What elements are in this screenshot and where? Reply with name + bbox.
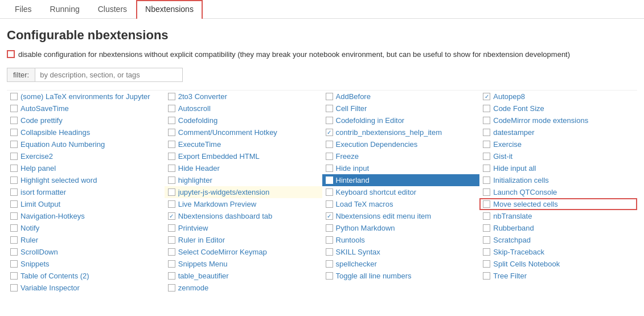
- ext-link[interactable]: Load TeX macros: [336, 200, 393, 208]
- tab-nbextensions[interactable]: Nbextensions: [136, 0, 203, 19]
- ext-link[interactable]: CodeMirror mode extensions: [493, 116, 588, 125]
- ext-checkbox[interactable]: [326, 105, 333, 112]
- ext-link[interactable]: Code Font Size: [493, 104, 544, 113]
- ext-checkbox[interactable]: [326, 212, 333, 220]
- list-item[interactable]: Exercise2: [7, 150, 165, 162]
- ext-checkbox[interactable]: [168, 165, 175, 172]
- list-item[interactable]: Load TeX macros: [322, 198, 480, 210]
- ext-link[interactable]: Hide Header: [178, 164, 220, 173]
- list-item[interactable]: Code prettify: [7, 114, 165, 126]
- ext-link[interactable]: Select CodeMirror Keymap: [178, 248, 267, 256]
- list-item[interactable]: Navigation-Hotkeys: [7, 210, 165, 222]
- ext-checkbox[interactable]: [483, 248, 490, 256]
- ext-link[interactable]: jupyter-js-widgets/extension: [178, 188, 269, 196]
- ext-checkbox[interactable]: [483, 165, 490, 172]
- list-item[interactable]: ScrollDown: [7, 246, 165, 258]
- ext-link[interactable]: Live Markdown Preview: [178, 200, 256, 208]
- ext-checkbox[interactable]: [10, 129, 18, 136]
- list-item[interactable]: Table of Contents (2): [7, 270, 165, 282]
- ext-link[interactable]: Hide input all: [493, 164, 536, 173]
- list-item[interactable]: SKILL Syntax: [322, 246, 480, 258]
- ext-link[interactable]: Notify: [20, 224, 39, 232]
- ext-link[interactable]: Variable Inspector: [20, 284, 80, 292]
- ext-checkbox[interactable]: [326, 117, 333, 124]
- ext-link[interactable]: zenmode: [178, 284, 208, 292]
- ext-link[interactable]: Autoscroll: [178, 104, 211, 113]
- ext-link[interactable]: SKILL Syntax: [336, 248, 380, 256]
- ext-link[interactable]: Launch QTConsole: [493, 188, 557, 196]
- ext-checkbox[interactable]: [483, 153, 490, 160]
- ext-checkbox[interactable]: [10, 93, 18, 100]
- ext-link[interactable]: Runtools: [336, 236, 365, 244]
- list-item[interactable]: Printview: [165, 222, 322, 234]
- ext-link[interactable]: Table of Contents (2): [20, 272, 89, 280]
- list-item[interactable]: Keyboard shortcut editor: [322, 186, 480, 198]
- ext-link[interactable]: Codefolding in Editor: [336, 116, 405, 125]
- list-item[interactable]: Codefolding in Editor: [322, 114, 480, 126]
- ext-link[interactable]: highlighter: [178, 176, 212, 184]
- list-item[interactable]: Limit Output: [7, 198, 165, 210]
- ext-link[interactable]: spellchecker: [336, 260, 377, 268]
- ext-checkbox[interactable]: [168, 200, 175, 208]
- ext-checkbox[interactable]: [10, 260, 18, 268]
- list-item[interactable]: Export Embedded HTML: [165, 150, 322, 162]
- ext-checkbox[interactable]: [10, 177, 18, 184]
- ext-checkbox[interactable]: [168, 284, 175, 292]
- ext-checkbox[interactable]: [483, 129, 490, 136]
- list-item[interactable]: Ruler in Editor: [165, 234, 322, 246]
- ext-link[interactable]: Execution Dependencies: [336, 140, 418, 149]
- list-item[interactable]: Ruler: [7, 234, 165, 246]
- list-item[interactable]: Cell Filter: [322, 102, 480, 114]
- ext-link[interactable]: Equation Auto Numbering: [20, 140, 105, 149]
- list-item[interactable]: AddBefore: [322, 91, 480, 102]
- ext-link[interactable]: datestamper: [493, 128, 534, 137]
- list-item[interactable]: 2to3 Converter: [165, 91, 322, 102]
- ext-link[interactable]: Ruler: [20, 236, 38, 244]
- ext-checkbox[interactable]: [168, 177, 175, 184]
- ext-checkbox[interactable]: [168, 248, 175, 256]
- ext-checkbox[interactable]: [483, 272, 490, 280]
- ext-link[interactable]: Tree Filter: [493, 272, 527, 280]
- ext-checkbox[interactable]: [483, 93, 490, 100]
- tab-running[interactable]: Running: [41, 0, 89, 18]
- ext-checkbox[interactable]: [326, 272, 333, 280]
- ext-checkbox[interactable]: [168, 236, 175, 244]
- ext-link[interactable]: Collapsible Headings: [20, 128, 90, 137]
- ext-checkbox[interactable]: [168, 105, 175, 112]
- ext-link[interactable]: Export Embedded HTML: [178, 152, 260, 161]
- list-item[interactable]: Code Font Size: [479, 102, 637, 114]
- ext-checkbox[interactable]: [483, 177, 490, 184]
- ext-link[interactable]: Python Markdown: [336, 224, 395, 232]
- ext-checkbox[interactable]: [10, 272, 18, 280]
- list-item[interactable]: spellchecker: [322, 258, 480, 270]
- ext-checkbox[interactable]: [10, 200, 18, 208]
- compat-checkbox[interactable]: [7, 50, 15, 58]
- ext-link[interactable]: Help panel: [20, 164, 56, 173]
- list-item[interactable]: Notify: [7, 222, 165, 234]
- list-item[interactable]: Highlight selected word: [7, 174, 165, 186]
- ext-checkbox[interactable]: [168, 93, 175, 100]
- list-item[interactable]: Launch QTConsole: [479, 186, 637, 198]
- ext-checkbox[interactable]: [10, 165, 18, 172]
- ext-link[interactable]: Hinterland: [336, 176, 370, 184]
- ext-checkbox[interactable]: [326, 129, 333, 136]
- list-item[interactable]: zenmode: [165, 282, 322, 294]
- list-item[interactable]: Toggle all line numbers: [322, 270, 480, 282]
- ext-checkbox[interactable]: [483, 236, 490, 244]
- ext-link[interactable]: Highlight selected word: [20, 176, 97, 184]
- ext-checkbox[interactable]: [168, 272, 175, 280]
- list-item[interactable]: Autopep8: [479, 91, 637, 102]
- list-item[interactable]: Move selected cells: [479, 198, 637, 210]
- ext-link[interactable]: Scratchpad: [493, 236, 531, 244]
- ext-checkbox[interactable]: [326, 260, 333, 268]
- ext-checkbox[interactable]: [326, 153, 333, 160]
- ext-checkbox[interactable]: [10, 117, 18, 124]
- ext-link[interactable]: nbTranslate: [493, 212, 532, 220]
- ext-link[interactable]: AddBefore: [336, 92, 371, 101]
- list-item[interactable]: Execution Dependencies: [322, 138, 480, 150]
- ext-link[interactable]: Exercise: [493, 140, 522, 149]
- list-item[interactable]: Tree Filter: [479, 270, 637, 282]
- list-item[interactable]: Freeze: [322, 150, 480, 162]
- ext-checkbox[interactable]: [483, 141, 490, 148]
- ext-checkbox[interactable]: [168, 129, 175, 136]
